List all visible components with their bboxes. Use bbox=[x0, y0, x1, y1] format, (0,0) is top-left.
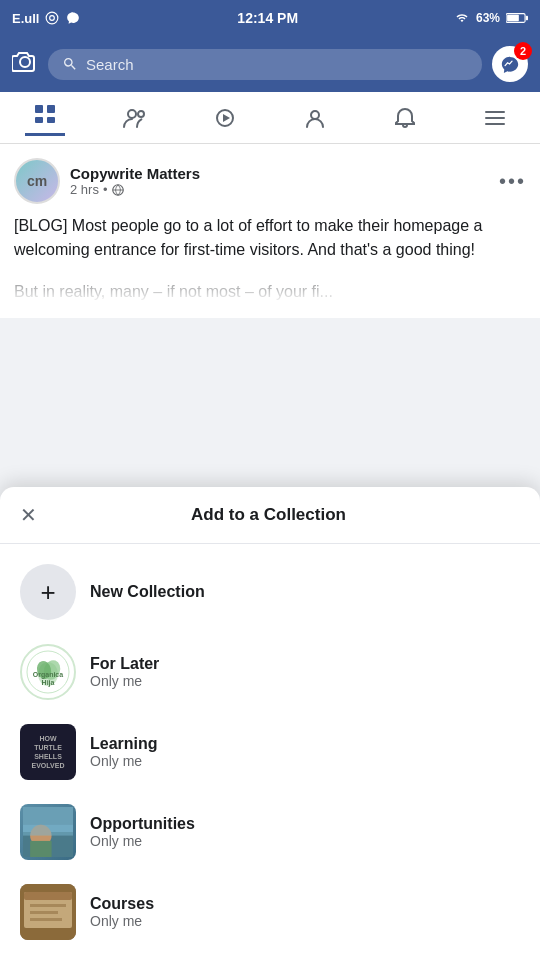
search-icon bbox=[62, 56, 78, 72]
new-collection-thumb: + bbox=[20, 564, 76, 620]
messenger-badge-count: 2 bbox=[514, 42, 532, 60]
svg-rect-34 bbox=[30, 911, 58, 914]
carrier-text: E.ull bbox=[12, 11, 39, 26]
close-button[interactable]: ✕ bbox=[20, 503, 37, 527]
status-right: 63% bbox=[454, 11, 528, 25]
svg-rect-6 bbox=[35, 105, 43, 113]
post-text-continuation: But in reality, many – if not most – of … bbox=[14, 280, 526, 304]
search-placeholder: Search bbox=[86, 56, 134, 73]
post-card: cm Copywrite Matters 2 hrs • ••• [BLOG] … bbox=[0, 144, 540, 318]
collection-name-for-later: For Later bbox=[90, 655, 159, 673]
post-time: 2 hrs • bbox=[70, 182, 200, 197]
post-author: cm Copywrite Matters 2 hrs • bbox=[14, 158, 200, 204]
collection-item-courses[interactable]: Courses Only me bbox=[0, 872, 540, 952]
svg-rect-28 bbox=[30, 841, 51, 857]
collection-item-learning[interactable]: HOWTURTLESHELLSEVOLVED Learning Only me bbox=[0, 712, 540, 792]
post-meta: Copywrite Matters 2 hrs • bbox=[70, 165, 200, 197]
globe-icon bbox=[111, 183, 125, 197]
collection-item-opportunities[interactable]: Opportunities Only me bbox=[0, 792, 540, 872]
svg-rect-7 bbox=[47, 105, 55, 113]
bottom-sheet: ✕ Add to a Collection + New Collection O… bbox=[0, 487, 540, 960]
svg-rect-9 bbox=[47, 117, 55, 123]
svg-rect-4 bbox=[507, 15, 519, 22]
post-header: cm Copywrite Matters 2 hrs • ••• bbox=[14, 158, 526, 204]
messenger-status-icon bbox=[65, 11, 81, 25]
post-content: [BLOG] Most people go to a lot of effort… bbox=[14, 214, 526, 304]
svg-point-10 bbox=[128, 110, 136, 118]
collection-name-opportunities: Opportunities bbox=[90, 815, 195, 833]
collection-name-courses: Courses bbox=[90, 895, 154, 913]
collection-name-learning: Learning bbox=[90, 735, 158, 753]
new-collection-item[interactable]: + New Collection bbox=[0, 552, 540, 632]
collection-item-for-later[interactable]: Organica Hija For Later Only me bbox=[0, 632, 540, 712]
svg-rect-8 bbox=[35, 117, 43, 123]
status-bar: E.ull 12:14 PM 63% bbox=[0, 0, 540, 36]
wifi-icon bbox=[454, 12, 470, 24]
svg-point-1 bbox=[50, 16, 55, 21]
learning-thumb: HOWTURTLESHELLSEVOLVED bbox=[20, 724, 76, 780]
svg-rect-29 bbox=[23, 825, 73, 836]
svg-marker-13 bbox=[223, 114, 230, 122]
plus-icon: + bbox=[40, 577, 55, 608]
for-later-info: For Later Only me bbox=[90, 655, 159, 689]
post-author-name: Copywrite Matters bbox=[70, 165, 200, 182]
collection-privacy-opportunities: Only me bbox=[90, 833, 195, 849]
for-later-icon: Organica Hija bbox=[26, 650, 70, 694]
svg-point-5 bbox=[20, 57, 30, 67]
svg-text:Hija: Hija bbox=[42, 679, 55, 687]
courses-thumb bbox=[20, 884, 76, 940]
svg-rect-33 bbox=[30, 904, 66, 907]
collection-privacy-for-later: Only me bbox=[90, 673, 159, 689]
collection-list: + New Collection Organica Hija For Later bbox=[0, 544, 540, 960]
instagram-icon bbox=[45, 11, 59, 25]
courses-info: Courses Only me bbox=[90, 895, 154, 929]
search-bar[interactable]: Search bbox=[48, 49, 482, 80]
nav-bar bbox=[0, 92, 540, 144]
courses-image bbox=[20, 884, 76, 940]
more-options-button[interactable]: ••• bbox=[499, 170, 526, 193]
svg-text:Organica: Organica bbox=[33, 671, 63, 679]
nav-notifications[interactable] bbox=[385, 100, 425, 136]
status-left: E.ull bbox=[12, 11, 81, 26]
battery-text: 63% bbox=[476, 11, 500, 25]
svg-rect-32 bbox=[24, 892, 72, 900]
nav-profile[interactable] bbox=[295, 100, 335, 136]
svg-point-14 bbox=[311, 111, 319, 119]
new-collection-info: New Collection bbox=[90, 583, 205, 601]
battery-icon bbox=[506, 12, 528, 24]
svg-rect-35 bbox=[30, 918, 62, 921]
opportunities-image bbox=[23, 807, 73, 857]
opportunities-info: Opportunities Only me bbox=[90, 815, 195, 849]
opportunities-thumb bbox=[20, 804, 76, 860]
nav-friends[interactable] bbox=[115, 100, 155, 136]
messenger-button[interactable]: 2 bbox=[492, 46, 528, 82]
collection-privacy-courses: Only me bbox=[90, 913, 154, 929]
sheet-header: ✕ Add to a Collection bbox=[0, 487, 540, 544]
post-text: [BLOG] Most people go to a lot of effort… bbox=[14, 214, 526, 262]
svg-rect-3 bbox=[526, 16, 528, 20]
camera-icon[interactable] bbox=[12, 50, 38, 78]
for-later-thumb: Organica Hija bbox=[20, 644, 76, 700]
learning-info: Learning Only me bbox=[90, 735, 158, 769]
svg-point-11 bbox=[138, 111, 144, 117]
nav-news-feed[interactable] bbox=[25, 100, 65, 136]
sheet-title: Add to a Collection bbox=[53, 505, 484, 525]
app-header: Search 2 bbox=[0, 36, 540, 92]
status-time: 12:14 PM bbox=[237, 10, 298, 26]
nav-watch[interactable] bbox=[205, 100, 245, 136]
nav-menu[interactable] bbox=[475, 100, 515, 136]
svg-point-0 bbox=[47, 12, 59, 24]
new-collection-label: New Collection bbox=[90, 583, 205, 601]
collection-privacy-learning: Only me bbox=[90, 753, 158, 769]
avatar: cm bbox=[14, 158, 60, 204]
